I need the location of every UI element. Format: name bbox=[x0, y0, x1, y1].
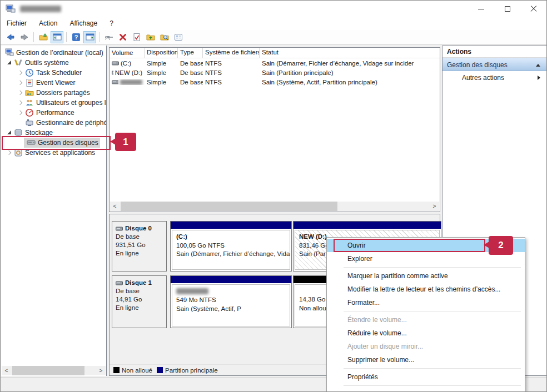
selected-tree-item: Gestion des disques bbox=[24, 138, 100, 148]
tree-item-event-viewer[interactable]: Event Viewer bbox=[1, 78, 106, 88]
menu-item-etendre-volume: Étendre le volume... bbox=[327, 313, 525, 326]
volume-list-horizontal-scrollbar[interactable]: < > bbox=[110, 202, 439, 211]
folder-up-button[interactable] bbox=[144, 31, 157, 43]
help-icon: ? bbox=[72, 33, 81, 42]
scroll-left-icon[interactable]: < bbox=[110, 202, 120, 211]
tree-item-gestion-des-disques[interactable]: Gestion des disques bbox=[1, 138, 106, 148]
expander-closed-icon[interactable] bbox=[17, 89, 24, 96]
scrollbar-thumb[interactable] bbox=[121, 202, 337, 211]
expander-open-icon[interactable] bbox=[6, 59, 13, 66]
back-button[interactable] bbox=[4, 31, 17, 43]
primary-partition-strip bbox=[171, 222, 291, 229]
menu-item-modifier-lettre-lecteur[interactable]: Modifier la lettre de lecteur et les che… bbox=[327, 283, 525, 296]
expander-spacer bbox=[17, 119, 24, 126]
volume-row-blurred[interactable]: Simple De base NTFS Sain (Système, Actif… bbox=[110, 77, 440, 87]
scroll-right-icon[interactable]: > bbox=[430, 202, 439, 211]
disk-0-label[interactable]: Disque 0 De base 931,51 Go En ligne bbox=[112, 221, 167, 272]
actions-item-label: Autres actions bbox=[462, 74, 504, 82]
maximize-button[interactable] bbox=[494, 1, 520, 17]
properties-list-button[interactable] bbox=[172, 31, 185, 43]
tree-item-label: Stockage bbox=[25, 129, 53, 137]
menu-item-reduire-volume[interactable]: Réduire le volume... bbox=[327, 326, 525, 340]
expander-closed-icon[interactable] bbox=[17, 79, 24, 86]
disk-1-label[interactable]: Disque 1 De base 14,91 Go En ligne bbox=[112, 275, 167, 328]
actions-group-label: Gestion des disques bbox=[447, 61, 508, 69]
disk-size: 931,51 Go bbox=[116, 241, 163, 249]
menu-action[interactable]: Action bbox=[33, 17, 63, 30]
forward-button[interactable] bbox=[18, 31, 31, 43]
partition-size: 100,05 Go NTFS bbox=[176, 242, 286, 250]
scroll-right-icon[interactable]: > bbox=[96, 366, 106, 375]
expander-closed-icon[interactable] bbox=[6, 149, 13, 156]
submenu-arrow-icon bbox=[538, 76, 540, 80]
tree-item-gestionnaire-peripheriques[interactable]: Gestionnaire de périphé bbox=[1, 118, 106, 128]
volume-disposition: Simple bbox=[145, 79, 178, 86]
menu-item-supprimer-volume[interactable]: Supprimer le volume... bbox=[327, 353, 525, 366]
tree-item-outils-systeme[interactable]: Outils système bbox=[1, 58, 106, 68]
menu-item-formater[interactable]: Formater... bbox=[327, 296, 525, 309]
delete-button[interactable] bbox=[116, 31, 129, 43]
volume-type: De base bbox=[178, 79, 203, 86]
collapse-icon[interactable] bbox=[536, 64, 540, 67]
volume-statut: Sain (Système, Actif, Partition principa… bbox=[260, 79, 440, 86]
column-header-disposition[interactable]: Disposition bbox=[145, 48, 178, 58]
folder-search-button[interactable] bbox=[158, 31, 171, 43]
tree-horizontal-scrollbar[interactable]: < > bbox=[2, 366, 106, 375]
partition-status: Sain (Démarrer, Fichier d’échange, Vida bbox=[176, 250, 286, 259]
menu-item-proprietes[interactable]: Propriétés bbox=[327, 370, 525, 384]
actions-item-autres-actions[interactable]: Autres actions bbox=[442, 71, 546, 84]
expander-open-icon[interactable] bbox=[6, 129, 13, 136]
projector-icon bbox=[105, 33, 113, 42]
column-header-volume[interactable]: Volume bbox=[110, 48, 145, 58]
partition-system-blurred[interactable]: 549 Mo NTFS Sain (Système, Actif, P bbox=[170, 275, 292, 328]
scroll-left-icon[interactable]: < bbox=[2, 366, 11, 375]
tree-item-dossiers-partages[interactable]: Dossiers partagés bbox=[1, 88, 106, 98]
menu-affichage[interactable]: Affichage bbox=[63, 17, 103, 30]
close-button[interactable] bbox=[520, 1, 546, 17]
expander-closed-icon[interactable] bbox=[17, 69, 24, 76]
menu-help[interactable]: ? bbox=[103, 17, 120, 30]
volume-disposition: Simple bbox=[145, 60, 178, 67]
menu-separator bbox=[344, 385, 521, 386]
column-header-type[interactable]: Type bbox=[178, 48, 203, 58]
disk-size: 14,91 Go bbox=[116, 295, 163, 304]
partition-c[interactable]: (C:) 100,05 Go NTFS Sain (Démarrer, Fich… bbox=[170, 221, 292, 272]
checklist-icon bbox=[174, 33, 183, 42]
legend-label: Non alloué bbox=[122, 367, 152, 374]
toolbar-separator bbox=[66, 32, 67, 42]
column-header-filesystem[interactable]: Système de fichiers bbox=[203, 48, 260, 58]
volume-list-header: Volume Disposition Type Système de fichi… bbox=[110, 48, 440, 58]
tree-item-stockage[interactable]: Stockage bbox=[1, 128, 106, 138]
menu-item-aide[interactable]: Aide bbox=[327, 388, 525, 392]
expander-closed-icon[interactable] bbox=[17, 109, 24, 116]
column-header-statut[interactable]: Statut bbox=[260, 48, 440, 58]
menu-item-marquer-partition-active[interactable]: Marquer la partition comme active bbox=[327, 269, 525, 283]
volume-icon bbox=[112, 71, 113, 75]
services-icon bbox=[14, 148, 23, 157]
verify-button[interactable] bbox=[130, 31, 143, 43]
tree-item-services-applications[interactable]: Services et applications bbox=[1, 148, 106, 158]
volume-icon bbox=[112, 61, 119, 66]
delete-x-icon bbox=[118, 33, 127, 42]
show-action-pane-button[interactable] bbox=[83, 31, 96, 43]
help-button[interactable]: ? bbox=[69, 31, 82, 43]
volume-row-new-d[interactable]: NEW (D:) Simple De base NTFS Sain (Parti… bbox=[110, 68, 440, 77]
tree-item-utilisateurs-groupes[interactable]: Utilisateurs et groupes l bbox=[1, 98, 106, 108]
folder-up-icon bbox=[146, 33, 155, 42]
tree-item-task-scheduler[interactable]: Task Scheduler bbox=[1, 68, 106, 78]
menu-fichier[interactable]: Fichier bbox=[1, 17, 33, 30]
show-console-tree-button[interactable] bbox=[51, 31, 63, 43]
tree-item-performance[interactable]: Performance bbox=[1, 108, 106, 118]
export-button[interactable] bbox=[37, 31, 49, 43]
event-log-icon bbox=[25, 78, 34, 87]
remote-connection-button[interactable] bbox=[102, 31, 115, 43]
title-bar bbox=[1, 1, 546, 17]
minimize-button[interactable] bbox=[468, 1, 494, 17]
tree-item-computer-management[interactable]: Gestion de l’ordinateur (local) bbox=[1, 48, 106, 58]
expander-closed-icon[interactable] bbox=[17, 99, 24, 106]
actions-group-gestion-des-disques[interactable]: Gestion des disques bbox=[442, 58, 546, 71]
volume-row-c[interactable]: (C:) Simple De base NTFS Sain (Démarrer,… bbox=[110, 58, 440, 68]
tree-item-label: Dossiers partagés bbox=[36, 89, 90, 97]
menu-separator bbox=[344, 311, 521, 311]
scrollbar-thumb[interactable] bbox=[12, 366, 84, 375]
